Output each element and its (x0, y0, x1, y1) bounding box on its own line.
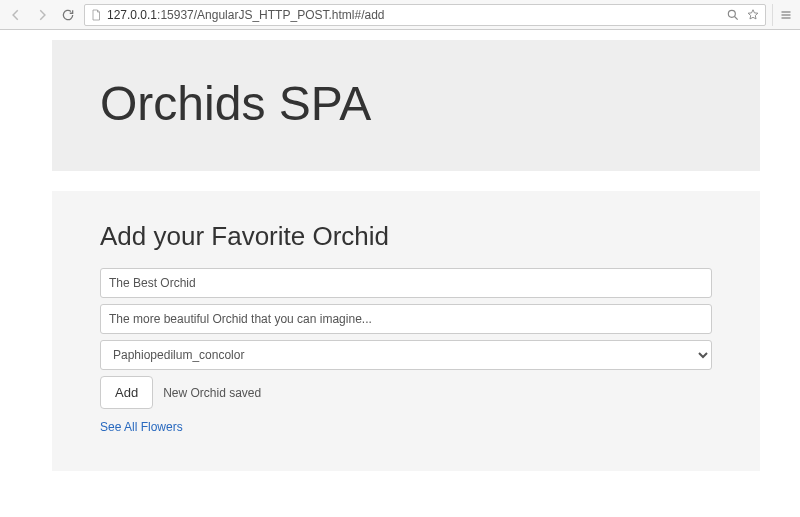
svg-point-0 (728, 10, 735, 17)
status-message: New Orchid saved (163, 386, 261, 400)
page-viewport: Orchids SPA Add your Favorite Orchid Pap… (0, 30, 800, 517)
bookmark-star-icon[interactable] (745, 7, 761, 23)
orchid-name-input[interactable] (100, 268, 712, 298)
add-button[interactable]: Add (100, 376, 153, 409)
reload-button[interactable] (58, 5, 78, 25)
orchid-description-input[interactable] (100, 304, 712, 334)
url-host: 127.0.0.1 (107, 8, 157, 22)
menu-button[interactable] (772, 4, 794, 26)
page-icon (89, 8, 103, 22)
app-title: Orchids SPA (100, 76, 712, 131)
browser-toolbar: 127.0.0.1:15937/AngularJS_HTTP_POST.html… (0, 0, 800, 30)
add-orchid-panel: Add your Favorite Orchid Paphiopedilum_c… (52, 191, 760, 471)
url-text: 127.0.0.1:15937/AngularJS_HTTP_POST.html… (107, 8, 721, 22)
orchid-species-select[interactable]: Paphiopedilum_concolor (100, 340, 712, 370)
form-heading: Add your Favorite Orchid (100, 221, 712, 252)
header-panel: Orchids SPA (52, 40, 760, 171)
see-all-link[interactable]: See All Flowers (100, 420, 183, 434)
forward-button[interactable] (32, 5, 52, 25)
address-bar[interactable]: 127.0.0.1:15937/AngularJS_HTTP_POST.html… (84, 4, 766, 26)
action-row: Add New Orchid saved (100, 376, 712, 409)
back-button[interactable] (6, 5, 26, 25)
zoom-icon[interactable] (725, 7, 741, 23)
url-path: :15937/AngularJS_HTTP_POST.html#/add (157, 8, 384, 22)
